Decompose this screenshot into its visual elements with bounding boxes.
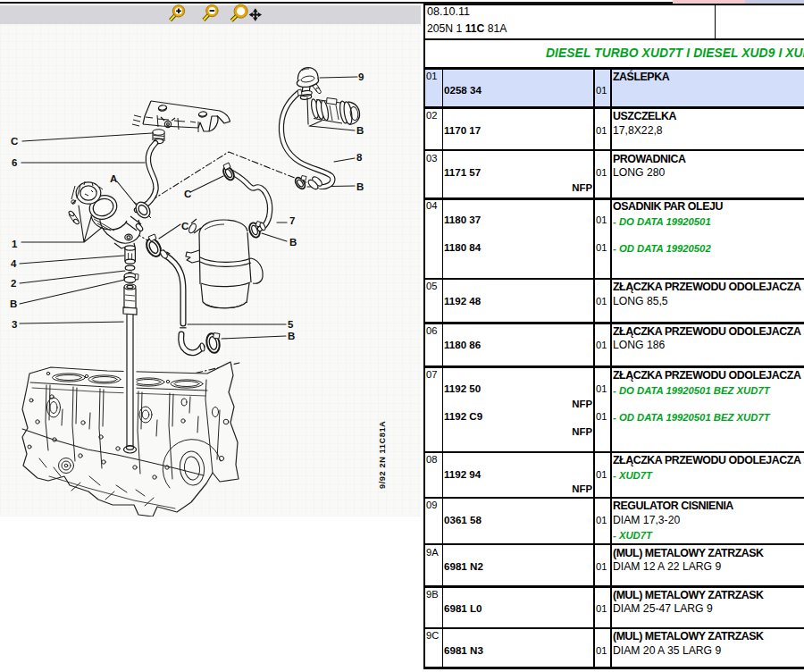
svg-text:C: C — [184, 189, 191, 199]
svg-text:B: B — [289, 237, 297, 248]
svg-text:B: B — [288, 331, 295, 341]
svg-text:9: 9 — [358, 71, 364, 82]
svg-text:7: 7 — [289, 215, 295, 226]
svg-text:9/92 2N 11C81A: 9/92 2N 11C81A — [378, 421, 387, 489]
svg-text:8: 8 — [356, 152, 363, 163]
svg-text:5: 5 — [288, 319, 294, 330]
svg-text:2: 2 — [11, 278, 16, 289]
svg-text:B: B — [356, 181, 364, 192]
svg-text:C: C — [181, 221, 188, 231]
svg-text:4: 4 — [11, 258, 17, 269]
svg-text:6: 6 — [12, 157, 17, 168]
svg-text:B: B — [10, 298, 17, 309]
svg-text:C: C — [11, 136, 18, 147]
svg-text:A: A — [110, 173, 117, 184]
svg-text:3: 3 — [12, 319, 17, 330]
svg-text:1: 1 — [12, 239, 18, 249]
svg-text:B: B — [356, 125, 364, 136]
